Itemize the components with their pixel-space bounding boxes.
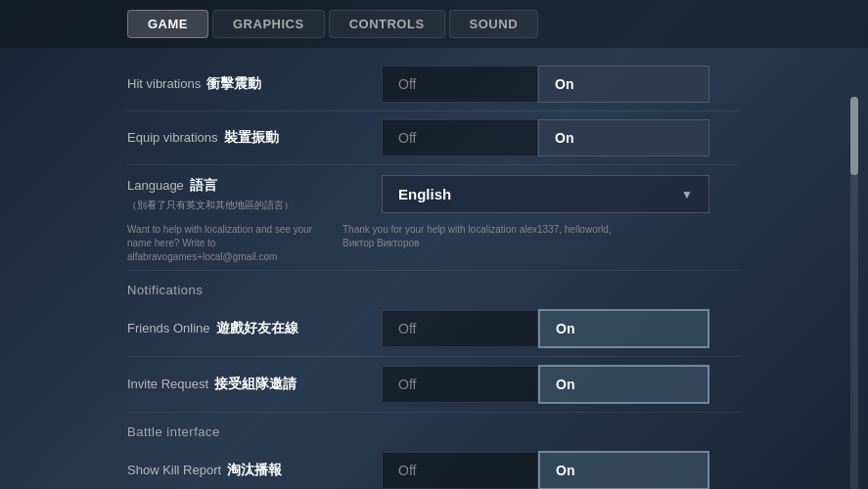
show-kill-report-label: Show Kill Report 淘汰播報 <box>127 462 382 479</box>
hit-vibrations-on[interactable]: On <box>538 66 709 103</box>
tab-sound[interactable]: SOUND <box>449 10 538 38</box>
friends-online-on[interactable]: On <box>538 309 709 348</box>
language-help: Want to help with localization and see y… <box>127 223 741 264</box>
friends-online-label-en: Friends Online <box>127 321 210 335</box>
tab-bar: GAME GRAPHICS CONTROLS SOUND <box>0 0 868 48</box>
invite-request-off[interactable]: Off <box>382 366 538 403</box>
friends-online-off[interactable]: Off <box>382 310 538 347</box>
invite-request-on[interactable]: On <box>538 365 709 404</box>
equip-vibrations-row: Equip vibrations 裝置振動 Off On <box>127 111 741 165</box>
battle-interface-header: Battle interface <box>127 413 741 443</box>
tab-controls[interactable]: CONTROLS <box>329 10 445 38</box>
hit-vibrations-row: Hit vibrations 衝擊震動 Off On <box>127 58 741 111</box>
invite-request-label-zh: 接受組隊邀請 <box>214 376 297 393</box>
tab-graphics[interactable]: GRAPHICS <box>212 10 325 38</box>
show-kill-report-row: Show Kill Report 淘汰播報 Off On <box>127 443 741 489</box>
friends-online-label: Friends Online 遊戲好友在線 <box>127 320 382 337</box>
equip-vibrations-label-zh: 裝置振動 <box>224 129 279 147</box>
language-select[interactable]: English ▼ <box>382 175 709 213</box>
language-section: Language 語言 （別看了只有英文和其他地區的語言） English ▼ … <box>127 165 741 271</box>
main-wrapper: GAME GRAPHICS CONTROLS SOUND Hit vibrati… <box>0 0 868 489</box>
language-label-zh: 語言 <box>190 177 217 195</box>
language-row: Language 語言 （別看了只有英文和其他地區的語言） English ▼ <box>127 171 741 217</box>
equip-vibrations-label-en: Equip vibrations <box>127 130 218 145</box>
language-note-zh: （別看了只有英文和其他地區的語言） <box>127 199 382 212</box>
notifications-header: Notifications <box>127 271 741 301</box>
dropdown-arrow-icon: ▼ <box>681 188 693 201</box>
equip-vibrations-on[interactable]: On <box>538 119 709 156</box>
scrollbar-thumb[interactable] <box>850 97 858 175</box>
friends-online-label-zh: 遊戲好友在線 <box>216 320 298 337</box>
equip-vibrations-off[interactable]: Off <box>382 119 538 156</box>
scrollbar[interactable] <box>850 97 858 489</box>
show-kill-report-label-en: Show Kill Report <box>127 463 221 477</box>
tab-game[interactable]: GAME <box>127 10 208 38</box>
language-help-right: Thank you for your help with localizatio… <box>343 223 617 264</box>
language-label-en: Language <box>127 178 184 193</box>
show-kill-report-on[interactable]: On <box>538 451 709 489</box>
language-current-value: English <box>398 186 451 202</box>
settings-area: Hit vibrations 衝擊震動 Off On Equip vibrati… <box>0 48 868 489</box>
language-label: Language 語言 （別看了只有英文和其他地區的語言） <box>127 177 382 212</box>
friends-online-row: Friends Online 遊戲好友在線 Off On <box>127 301 741 357</box>
invite-request-label: Invite Request 接受組隊邀請 <box>127 376 382 393</box>
hit-vibrations-label-zh: 衝擊震動 <box>206 75 261 93</box>
hit-vibrations-label: Hit vibrations 衝擊震動 <box>127 75 382 93</box>
invite-request-label-en: Invite Request <box>127 377 208 391</box>
equip-vibrations-label: Equip vibrations 裝置振動 <box>127 129 382 147</box>
show-kill-report-label-zh: 淘汰播報 <box>227 462 282 479</box>
show-kill-report-off[interactable]: Off <box>382 452 538 489</box>
invite-request-row: Invite Request 接受組隊邀請 Off On <box>127 357 741 413</box>
language-help-left: Want to help with localization and see y… <box>127 223 323 264</box>
hit-vibrations-off[interactable]: Off <box>382 66 538 103</box>
hit-vibrations-label-en: Hit vibrations <box>127 76 201 91</box>
